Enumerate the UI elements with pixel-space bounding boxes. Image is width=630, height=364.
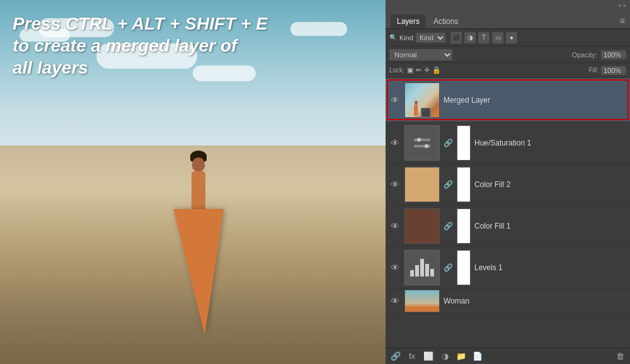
layer-mask-color-fill-2 — [457, 167, 471, 202]
resize-arrows[interactable]: « » — [618, 3, 626, 9]
thumb-figure — [414, 105, 418, 116]
filter-icons: ⬛ ◑ T ▭ ● — [450, 32, 517, 43]
thumb-color-fill-2-image — [405, 168, 439, 202]
layer-name-merged: Merged Layer — [444, 96, 626, 105]
layer-link-hue-sat: 🔗 — [444, 139, 453, 147]
panel-tabs: Layers Actions ≡ — [386, 11, 630, 29]
lock-all-icon[interactable]: 🔒 — [432, 66, 441, 74]
resize-bar: « » — [386, 0, 630, 11]
layer-thumb-woman — [404, 290, 440, 312]
layer-thumb-levels — [404, 250, 440, 285]
figure-body — [186, 159, 211, 335]
filter-row: 🔍 Kind Kind ⬛ ◑ T ▭ ● — [386, 29, 630, 47]
new-layer-icon[interactable]: 📄 — [471, 351, 484, 361]
tab-actions[interactable]: Actions — [427, 14, 464, 28]
filter-type-icon[interactable]: T — [478, 32, 490, 43]
layer-link-color-fill-1: 🔗 — [444, 222, 453, 230]
layer-row-color-fill-2[interactable]: 👁 🔗 Color Fill 2 — [386, 164, 630, 205]
blend-row: Normal Multiply Screen Overlay Opacity: … — [386, 47, 630, 63]
layer-name-woman: Woman — [444, 297, 626, 305]
opacity-value[interactable]: 100% — [601, 50, 626, 59]
levels-bar-3 — [420, 259, 424, 276]
lock-move-icon[interactable]: ✛ — [424, 66, 430, 74]
layers-panel: Layers Actions ≡ 🔍 Kind Kind ⬛ ◑ T ▭ ● — [386, 11, 630, 364]
layer-thumb-color-fill-2 — [404, 167, 440, 202]
panel-menu-icon[interactable]: ≡ — [620, 16, 625, 28]
layer-thumb-hue-sat — [404, 125, 440, 161]
levels-bar-2 — [415, 265, 419, 276]
lock-row: Lock: ▣ ✏ ✛ 🔒 Fill: 100% — [386, 63, 630, 78]
levels-bars — [410, 259, 434, 276]
layer-mask-hue-sat — [457, 125, 471, 161]
filter-pixel-icon[interactable]: ⬛ — [450, 32, 462, 43]
lock-transparent-icon[interactable]: ▣ — [407, 66, 413, 74]
layer-effects-icon[interactable]: fx — [406, 351, 418, 361]
layer-visibility-levels[interactable]: 👁 — [389, 263, 401, 273]
layer-visibility-color-fill-1[interactable]: 👁 — [389, 221, 401, 231]
thumb-color-fill-1-image — [405, 209, 439, 243]
canvas-area: Press CTRL + ALT + SHIFT + E to create a… — [0, 0, 386, 364]
opacity-label: Opacity: — [572, 51, 597, 59]
layer-visibility-color-fill-2[interactable]: 👁 — [389, 179, 401, 190]
layer-row-woman[interactable]: 👁 Woman — [386, 288, 630, 314]
layer-link-color-fill-2: 🔗 — [444, 180, 453, 189]
layer-link-levels: 🔗 — [444, 263, 453, 272]
svg-point-2 — [425, 144, 428, 148]
layers-list[interactable]: 👁 ⬛ Merged Layer 👁 — [386, 78, 630, 348]
layers-toolbar: 🔗 fx ⬜ ◑ 📁 📄 🗑 — [386, 348, 630, 364]
skirt — [173, 209, 224, 335]
layer-name-color-fill-2: Color Fill 2 — [474, 180, 626, 189]
svg-rect-1 — [414, 139, 430, 141]
blend-mode-dropdown[interactable]: Normal Multiply Screen Overlay — [389, 49, 452, 60]
overlay-line2: to create a merged layer of — [13, 35, 268, 57]
head — [192, 157, 205, 171]
panels: « » Layers Actions ≡ 🔍 Kind Kind ⬛ ◑ T ▭… — [386, 0, 630, 364]
overlay-line3: all layers — [13, 57, 268, 79]
layer-thumb-color-fill-1 — [404, 208, 440, 244]
layer-name-color-fill-1: Color Fill 1 — [474, 222, 626, 230]
layer-visibility-hue-sat[interactable]: 👁 — [389, 138, 401, 148]
layer-row-hue-sat[interactable]: 👁 🔗 Hue/Saturation 1 — [386, 122, 630, 164]
layer-name-levels: Levels 1 — [474, 263, 626, 272]
overlay-line1: Press CTRL + ALT + SHIFT + E — [13, 13, 268, 35]
svg-point-3 — [417, 138, 421, 142]
layer-name-hue-sat: Hue/Saturation 1 — [474, 139, 626, 147]
layer-mask-color-fill-1 — [457, 208, 471, 244]
layer-row-levels[interactable]: 👁 🔗 Levels 1 — [386, 247, 630, 288]
fill-value[interactable]: 100% — [601, 66, 626, 75]
fill-label: Fill: — [588, 67, 598, 74]
levels-bar-4 — [425, 264, 429, 276]
figure — [173, 159, 224, 335]
filter-adjustment-icon[interactable]: ◑ — [464, 32, 476, 43]
smart-object-badge: ⬛ — [421, 108, 431, 118]
levels-bar-5 — [430, 269, 434, 276]
delete-layer-icon[interactable]: 🗑 — [614, 351, 626, 361]
layer-row-merged[interactable]: 👁 ⬛ Merged Layer — [386, 78, 630, 122]
add-adjustment-icon[interactable]: ◑ — [438, 351, 451, 361]
overlay-text: Press CTRL + ALT + SHIFT + E to create a… — [13, 13, 268, 79]
add-group-icon[interactable]: 📁 — [455, 351, 467, 361]
torso — [192, 171, 205, 209]
hue-sat-icon — [413, 134, 432, 152]
lock-label: Lock: — [389, 67, 404, 74]
layer-row-color-fill-1[interactable]: 👁 🔗 Color Fill 1 — [386, 205, 630, 247]
add-mask-icon[interactable]: ⬜ — [422, 351, 435, 361]
layer-visibility-merged[interactable]: 👁 — [389, 95, 401, 105]
levels-bar-1 — [410, 270, 414, 276]
filter-dropdown[interactable]: Kind — [416, 33, 445, 43]
thumb-woman-image — [405, 290, 439, 312]
layer-mask-levels — [457, 250, 471, 285]
lock-paint-icon[interactable]: ✏ — [416, 66, 421, 74]
lock-icons: ▣ ✏ ✛ 🔒 — [407, 66, 441, 74]
layer-visibility-woman[interactable]: 👁 — [389, 296, 401, 306]
cloud — [290, 22, 347, 36]
tab-layers[interactable]: Layers — [391, 14, 426, 28]
search-icon: 🔍 — [389, 34, 397, 41]
thumb-head — [415, 101, 418, 105]
filter-shape-icon[interactable]: ▭ — [492, 32, 503, 43]
link-layers-icon[interactable]: 🔗 — [389, 351, 402, 361]
filter-smart-icon[interactable]: ● — [506, 32, 517, 43]
filter-kind-label: Kind — [399, 34, 413, 42]
